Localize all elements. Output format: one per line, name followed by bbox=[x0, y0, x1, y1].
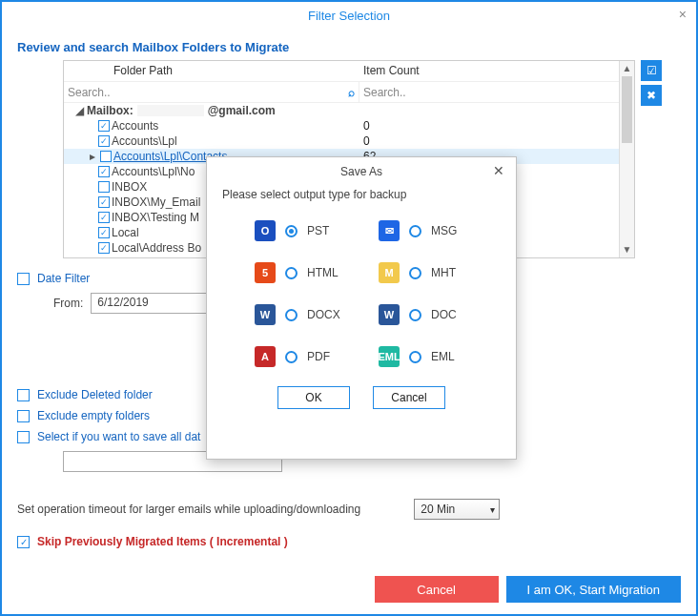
format-option-docx[interactable]: WDOCX bbox=[255, 304, 373, 325]
start-migration-button[interactable]: I am OK, Start Migration bbox=[506, 576, 681, 603]
folder-name: INBOX\My_Email bbox=[112, 195, 200, 209]
dialog-cancel-button[interactable]: Cancel bbox=[373, 386, 445, 409]
skip-migrated-checkbox[interactable]: ✓ bbox=[17, 536, 30, 548]
radio-html[interactable] bbox=[285, 267, 298, 279]
format-option-mht[interactable]: MMHT bbox=[379, 262, 497, 283]
cancel-button[interactable]: Cancel bbox=[375, 576, 499, 603]
timeout-label: Set operation timeout for larger emails … bbox=[17, 503, 360, 516]
exclude-deleted-checkbox[interactable]: ✓ bbox=[17, 389, 30, 401]
folder-name: INBOX\Testing M bbox=[112, 211, 199, 224]
from-date-input[interactable]: 6/12/2019 bbox=[91, 293, 215, 314]
row-checkbox[interactable]: ✓ bbox=[98, 242, 110, 254]
item-count: 0 bbox=[359, 119, 634, 133]
save-all-checkbox[interactable]: ✓ bbox=[17, 431, 30, 443]
row-checkbox[interactable]: ✓ bbox=[98, 166, 110, 177]
format-label: DOCX bbox=[307, 308, 340, 321]
radio-pst[interactable] bbox=[285, 225, 298, 237]
format-option-doc[interactable]: WDOC bbox=[379, 304, 497, 325]
mht-icon: M bbox=[379, 262, 400, 283]
dialog-description: Please select output type for backup bbox=[207, 186, 516, 211]
row-checkbox[interactable]: ✓ bbox=[98, 135, 110, 147]
format-label: PDF bbox=[307, 350, 330, 363]
mailbox-email-suffix: @gmail.com bbox=[208, 104, 276, 117]
dialog-ok-button[interactable]: OK bbox=[277, 386, 350, 409]
skip-migrated-label: Skip Previously Migrated Items ( Increme… bbox=[37, 535, 288, 548]
dialog-title: Save As bbox=[340, 165, 382, 178]
mailbox-label: Mailbox: bbox=[87, 104, 133, 117]
search-icon[interactable]: ⌕ bbox=[348, 86, 355, 99]
folder-name: Local\Address Bo bbox=[112, 241, 201, 255]
search-item-count[interactable]: Search.. ⌕ bbox=[359, 82, 634, 102]
folder-name: Local bbox=[112, 226, 139, 239]
table-row[interactable]: ✓Accounts0 bbox=[64, 118, 634, 133]
exclude-empty-checkbox[interactable]: ✓ bbox=[17, 410, 30, 422]
row-checkbox[interactable]: ✓ bbox=[98, 120, 110, 132]
timeout-dropdown[interactable]: 20 Min ▾ bbox=[414, 499, 500, 520]
header-item-count[interactable]: Item Count bbox=[359, 61, 634, 81]
item-count: 0 bbox=[359, 134, 634, 148]
select-all-button[interactable]: ☑ bbox=[641, 60, 662, 81]
window-title: Filter Selection bbox=[308, 9, 390, 23]
search-input-path[interactable]: Search.. bbox=[68, 86, 344, 99]
folder-name: Accounts\Lpl\No bbox=[112, 165, 195, 178]
format-option-html[interactable]: 5HTML bbox=[255, 262, 373, 283]
format-label: PST bbox=[307, 224, 329, 237]
format-label: EML bbox=[431, 350, 455, 363]
chevron-down-icon: ▾ bbox=[490, 504, 495, 515]
radio-doc[interactable] bbox=[409, 309, 421, 321]
msg-icon: ✉ bbox=[379, 220, 400, 241]
titlebar: Filter Selection × bbox=[2, 2, 696, 29]
exclude-deleted-label: Exclude Deleted folder bbox=[37, 388, 153, 401]
format-label: MHT bbox=[431, 266, 456, 279]
exclude-empty-label: Exclude empty folders bbox=[37, 409, 150, 422]
html-icon: 5 bbox=[255, 262, 276, 283]
tree-headers: Folder Path Item Count bbox=[64, 61, 634, 82]
date-filter-label: Date Filter bbox=[37, 272, 90, 285]
radio-eml[interactable] bbox=[409, 351, 421, 363]
collapse-icon[interactable]: ◢ bbox=[73, 104, 85, 117]
date-filter-checkbox[interactable]: ✓ bbox=[17, 273, 30, 285]
format-option-msg[interactable]: ✉MSG bbox=[379, 220, 497, 241]
docx-icon: W bbox=[255, 304, 276, 325]
format-option-pdf[interactable]: APDF bbox=[255, 346, 373, 367]
search-folder-path[interactable]: Search.. ⌕ bbox=[64, 82, 359, 102]
header-folder-path[interactable]: Folder Path bbox=[64, 61, 359, 81]
from-label: From: bbox=[53, 297, 83, 310]
format-label: DOC bbox=[431, 308, 457, 321]
radio-msg[interactable] bbox=[409, 225, 421, 237]
scroll-up-icon[interactable]: ▲ bbox=[620, 61, 634, 76]
row-checkbox[interactable]: ✓ bbox=[98, 212, 110, 223]
timeout-value: 20 Min bbox=[421, 503, 455, 516]
search-input-count[interactable]: Search.. bbox=[363, 86, 620, 99]
save-all-label: Select if you want to save all dat bbox=[37, 430, 200, 443]
folder-name: Accounts bbox=[112, 119, 158, 133]
pdf-icon: A bbox=[255, 346, 276, 367]
row-checkbox[interactable]: ✓ bbox=[98, 181, 110, 193]
radio-pdf[interactable] bbox=[285, 351, 298, 363]
doc-icon: W bbox=[379, 304, 400, 325]
tree-search-row: Search.. ⌕ Search.. ⌕ bbox=[64, 82, 634, 103]
eml-icon: EML bbox=[379, 346, 400, 367]
vertical-scrollbar[interactable]: ▲ ▼ bbox=[619, 61, 634, 257]
section-heading: Review and search Mailbox Folders to Mig… bbox=[17, 40, 681, 54]
table-row[interactable]: ✓Accounts\Lpl0 bbox=[64, 133, 634, 149]
row-checkbox[interactable]: ✓ bbox=[100, 151, 112, 162]
scroll-down-icon[interactable]: ▼ bbox=[620, 242, 634, 257]
radio-mht[interactable] bbox=[409, 267, 421, 279]
format-label: HTML bbox=[307, 266, 339, 279]
format-option-eml[interactable]: EMLEML bbox=[379, 346, 497, 367]
dialog-close-icon[interactable]: ✕ bbox=[493, 163, 504, 178]
folder-name: INBOX bbox=[112, 180, 147, 194]
save-as-dialog: Save As ✕ Please select output type for … bbox=[206, 156, 517, 460]
row-checkbox[interactable]: ✓ bbox=[98, 196, 110, 208]
radio-docx[interactable] bbox=[285, 309, 298, 321]
deselect-all-button[interactable]: ✖ bbox=[641, 85, 662, 106]
close-icon[interactable]: × bbox=[679, 7, 687, 22]
row-checkbox[interactable]: ✓ bbox=[98, 227, 110, 238]
expand-icon[interactable]: ▸ bbox=[87, 150, 98, 163]
pst-icon: O bbox=[255, 220, 276, 241]
format-label: MSG bbox=[431, 224, 457, 237]
scroll-thumb[interactable] bbox=[622, 76, 632, 143]
format-option-pst[interactable]: OPST bbox=[255, 220, 373, 241]
redacted-email-prefix bbox=[137, 105, 204, 116]
